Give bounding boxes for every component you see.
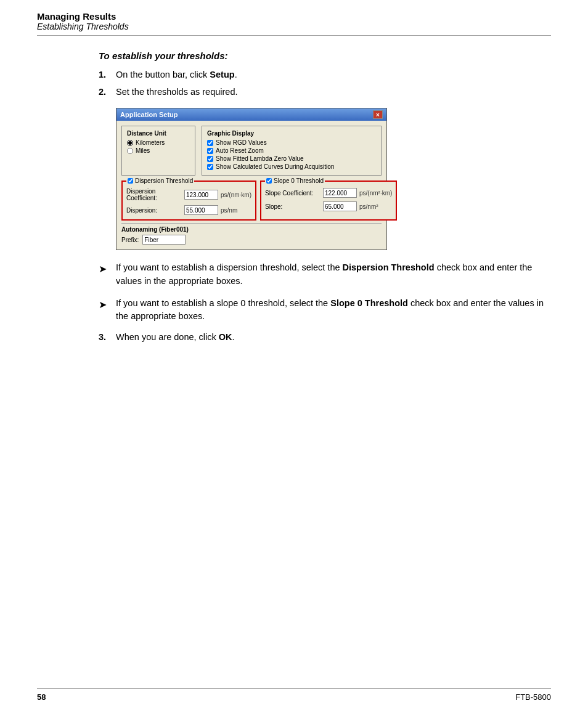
dispersion-threshold-label: Dispersion Threshold — [135, 177, 193, 184]
dispersion-row: Dispersion: ps/nm — [126, 205, 251, 215]
app-dialog-title: Application Setup — [120, 111, 178, 118]
bullet-1-text: If you want to establish a dispersion th… — [116, 261, 551, 288]
slope-coeff-unit: ps/(nm²·km) — [359, 190, 392, 197]
radio-miles-label: Miles — [136, 147, 150, 154]
cb-auto-reset: Auto Reset Zoom — [207, 147, 376, 154]
procedure-title: To establish your thresholds: — [99, 51, 551, 61]
cb-fitted-lambda-input[interactable] — [207, 156, 213, 162]
slope-coeff-row: Slope Coefficient: ps/(nm²·km) — [265, 188, 392, 198]
step-2-text: Set the thresholds as required. — [116, 87, 551, 97]
radio-miles: Miles — [127, 147, 190, 154]
app-dialog-screenshot: Application Setup × Distance Unit Kilome… — [116, 108, 387, 250]
dispersion-threshold-section: Dispersion Threshold Dispersion Coeffici… — [121, 181, 256, 221]
bullet-2-text: If you want to establish a slope 0 thres… — [116, 297, 551, 324]
page-title: Managing Results — [37, 11, 551, 22]
radio-kilometers: Kilometers — [127, 139, 190, 146]
slope-threshold-checkbox[interactable] — [266, 178, 272, 184]
step-3-num: 3. — [99, 332, 116, 342]
step-2-num: 2. — [99, 87, 116, 97]
dispersion-unit: ps/nm — [221, 207, 237, 214]
dispersion-coeff-row: Dispersion Coefficient: ps/(nm·km) — [126, 188, 251, 201]
bullet-1-arrow: ➤ — [99, 262, 116, 288]
dispersion-coeff-input[interactable] — [184, 190, 218, 200]
graphic-display-section: Graphic Display Show RGD Values Auto Res… — [202, 126, 382, 176]
bullet-2: ➤ If you want to establish a slope 0 thr… — [99, 297, 551, 324]
cb-calc-curves: Show Calculated Curves During Acquisitio… — [207, 163, 376, 170]
main-content: To establish your thresholds: 1. On the … — [37, 51, 551, 342]
dispersion-threshold-legend: Dispersion Threshold — [126, 177, 194, 184]
cb-fitted-lambda: Show Fitted Lambda Zero Value — [207, 155, 376, 162]
footer-page-num: 58 — [37, 692, 46, 702]
slope-threshold-label: Slope 0 Threshold — [274, 177, 324, 184]
slope-unit: ps/nm² — [359, 203, 378, 210]
autonaming-label: Autonaming (Fiber001) — [121, 226, 382, 233]
page-subtitle: Establishing Thresholds — [37, 22, 551, 31]
distance-unit-label: Distance Unit — [127, 130, 190, 137]
step-3-text: When you are done, click OK. — [116, 332, 551, 342]
prefix-label: Prefix: — [121, 237, 139, 243]
app-dialog-body: Distance Unit Kilometers Miles Graphic D… — [116, 121, 386, 249]
cb-calc-curves-input[interactable] — [207, 164, 213, 170]
cb-show-rgd-label: Show RGD Values — [216, 139, 267, 146]
slope-threshold-legend: Slope 0 Threshold — [265, 177, 325, 184]
header-section: Managing Results Establishing Thresholds — [37, 11, 551, 36]
slope-coeff-label: Slope Coefficient: — [265, 190, 321, 197]
threshold-row: Dispersion Threshold Dispersion Coeffici… — [121, 181, 382, 221]
slope-row: Slope: ps/nm² — [265, 201, 392, 211]
step-3: 3. When you are done, click OK. — [99, 332, 551, 342]
step-1-num: 1. — [99, 70, 116, 79]
top-row: Distance Unit Kilometers Miles Graphic D… — [121, 126, 382, 176]
bullet-2-arrow: ➤ — [99, 298, 116, 324]
autonaming-row: Prefix: — [121, 235, 382, 245]
radio-kilometers-label: Kilometers — [136, 139, 165, 146]
slope-label: Slope: — [265, 203, 321, 210]
step-1: 1. On the button bar, click Setup. — [99, 70, 551, 79]
footer: 58 FTB-5800 — [37, 688, 551, 702]
step-1-text: On the button bar, click Setup. — [116, 70, 551, 79]
cb-show-rgd: Show RGD Values — [207, 139, 376, 146]
cb-auto-reset-label: Auto Reset Zoom — [216, 147, 264, 154]
slope-coeff-input[interactable] — [323, 188, 357, 198]
dispersion-label: Dispersion: — [126, 207, 182, 214]
dispersion-input[interactable] — [184, 205, 218, 215]
bullet-1: ➤ If you want to establish a dispersion … — [99, 261, 551, 288]
graphic-display-label: Graphic Display — [207, 130, 376, 137]
radio-kilometers-input[interactable] — [127, 140, 133, 146]
radio-miles-input[interactable] — [127, 148, 133, 154]
cb-calc-curves-label: Show Calculated Curves During Acquisitio… — [216, 163, 334, 170]
prefix-input[interactable] — [142, 235, 186, 245]
cb-fitted-lambda-label: Show Fitted Lambda Zero Value — [216, 155, 304, 162]
autonaming-section: Autonaming (Fiber001) Prefix: — [121, 223, 382, 245]
dispersion-threshold-checkbox[interactable] — [128, 178, 133, 184]
cb-auto-reset-input[interactable] — [207, 148, 213, 154]
step-2: 2. Set the thresholds as required. — [99, 87, 551, 97]
slope-threshold-section: Slope 0 Threshold Slope Coefficient: ps/… — [260, 181, 397, 221]
dispersion-coeff-label: Dispersion Coefficient: — [126, 188, 182, 201]
close-button[interactable]: × — [373, 110, 383, 119]
slope-input[interactable] — [323, 201, 357, 211]
cb-show-rgd-input[interactable] — [207, 140, 213, 146]
distance-unit-section: Distance Unit Kilometers Miles — [121, 126, 195, 176]
dispersion-coeff-unit: ps/(nm·km) — [221, 192, 251, 198]
page-container: Managing Results Establishing Thresholds… — [0, 0, 588, 714]
app-titlebar: Application Setup × — [116, 108, 386, 121]
footer-product: FTB-5800 — [515, 692, 551, 702]
